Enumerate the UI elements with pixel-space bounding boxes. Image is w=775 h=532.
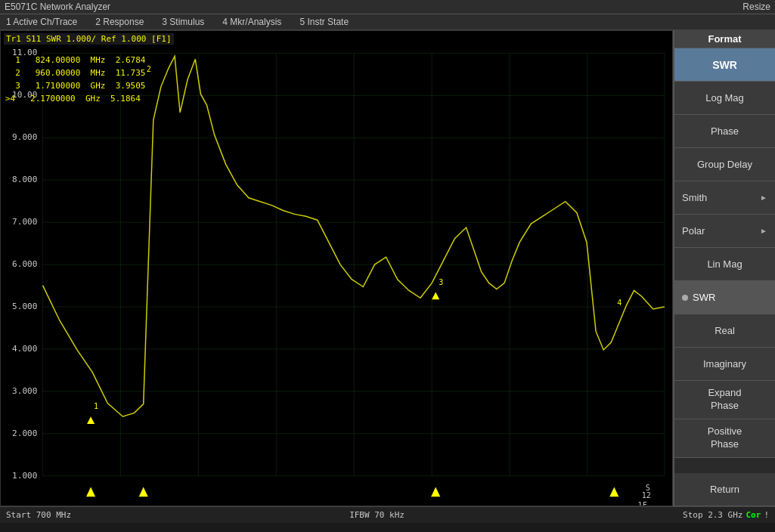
menu-instr-state[interactable]: 5 Instr State [296,16,352,28]
svg-text:3: 3 [439,278,443,286]
menu-active-ch[interactable]: 1 Active Ch/Trace [3,16,80,28]
svg-text:1: 1 [94,403,98,411]
status-stop-text: Stop 2.3 GHz [683,510,742,520]
status-stop: Stop 2.3 GHz Cor ! [683,510,769,520]
status-start: Start 700 MHz [6,510,71,520]
main-layout: Tr1 S11 SWR 1.000/ Ref 1.000 [F1] [0,30,775,506]
svg-text:8.000: 8.000 [12,175,37,184]
svg-text:4.000: 4.000 [12,344,37,354]
trace-label-text: Tr1 S11 SWR 1.000/ Ref 1.000 [F1] [4,33,174,45]
svg-text:4: 4 [617,298,622,307]
menu-bar: 1 Active Ch/Trace 2 Response 3 Stimulus … [0,14,775,30]
swr-dot [682,295,688,301]
marker-2: 2 960.00000 MHz 11.735 [5,66,145,79]
svg-text:2: 2 [147,65,151,73]
svg-text:12: 12 [642,491,651,500]
svg-text:1F-: 1F- [638,501,652,506]
status-extra: ! [764,510,769,520]
svg-text:2.000: 2.000 [12,428,37,438]
marker-4: >4 2.1700000 GHz 5.1864 [5,92,145,105]
marker-1: 1 824.00000 MHz 2.6784 [5,54,145,66]
status-start-text: Start 700 MHz [6,510,71,520]
imaginary-button[interactable]: Imaginary [674,348,775,381]
marker-3: 3 1.7100000 GHz 3.9505 [5,79,145,92]
format-header: Format [674,30,775,48]
status-bar: Start 700 MHz IFBW 70 kHz Stop 2.3 GHz C… [0,506,775,523]
menu-mkr-analysis[interactable]: 4 Mkr/Analysis [219,16,284,28]
trace-label: Tr1 S11 SWR 1.000/ Ref 1.000 [F1] [4,34,174,44]
marker-data: 1 824.00000 MHz 2.6784 2 960.00000 MHz 1… [5,54,145,105]
svg-text:6.000: 6.000 [12,259,37,269]
return-button[interactable]: Return [674,473,775,506]
log-mag-button[interactable]: Log Mag [674,82,775,115]
cor-badge: Cor [746,510,761,520]
app-title: E5071C Network Analyzer [5,2,110,12]
svg-text:3.000: 3.000 [12,386,37,396]
svg-text:7.000: 7.000 [12,217,37,227]
title-bar: E5071C Network Analyzer Resize [0,0,775,14]
swr-button[interactable]: SWR [674,48,775,82]
positive-phase-button[interactable]: PositivePhase [674,419,775,458]
svg-text:1.000: 1.000 [12,471,37,481]
menu-response[interactable]: 2 Response [92,16,147,28]
expand-phase-button[interactable]: ExpandPhase [674,381,775,419]
status-ifbw: IFBW 70 kHz [349,510,405,520]
status-ifbw-text: IFBW 70 kHz [349,510,405,520]
group-delay-button[interactable]: Group Delay [674,148,775,181]
swr-active-button[interactable]: SWR [674,281,775,314]
right-panel: Format SWR Log Mag Phase Group Delay Smi… [673,30,775,506]
svg-text:9.000: 9.000 [12,132,37,142]
polar-button[interactable]: Polar ► [674,215,775,248]
smith-button[interactable]: Smith ► [674,181,775,215]
phase-button[interactable]: Phase [674,115,775,148]
svg-text:5.000: 5.000 [12,302,37,311]
real-button[interactable]: Real [674,314,775,348]
lin-mag-button[interactable]: Lin Mag [674,248,775,281]
resize-button[interactable]: Resize [742,2,770,12]
chart-area: Tr1 S11 SWR 1.000/ Ref 1.000 [F1] [0,30,673,506]
menu-stimulus[interactable]: 3 Stimulus [159,16,207,28]
